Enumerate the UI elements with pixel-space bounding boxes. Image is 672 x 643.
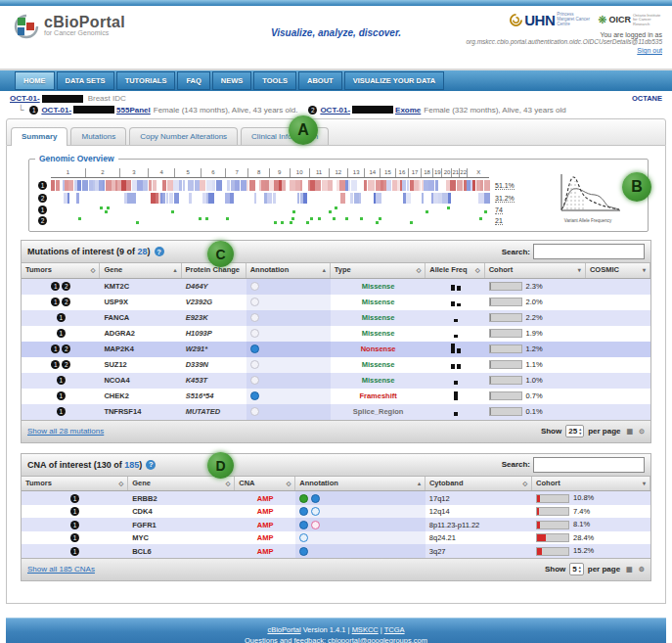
- mutation-row[interactable]: 1NCOA4K453TMissense1.0%: [22, 373, 650, 389]
- gene-cell[interactable]: BCL6: [128, 545, 235, 558]
- tumor-number-icon: 2: [62, 360, 70, 369]
- mutations-help-icon[interactable]: ?: [155, 247, 164, 256]
- cna-per-page-spinner[interactable]: 5 ▴▾: [569, 563, 583, 575]
- mutations-total-link[interactable]: 28: [138, 247, 148, 256]
- sample-type-link[interactable]: 555Panel: [116, 106, 151, 115]
- gene-cell[interactable]: SUZ12: [100, 358, 181, 371]
- gene-cell[interactable]: FGFR1: [128, 519, 235, 531]
- gene-cell[interactable]: ADGRA2: [100, 327, 181, 340]
- mutations-per-page-spinner[interactable]: 25 ▴▾: [565, 425, 584, 437]
- allele-freq-cell: [426, 389, 484, 404]
- nav-item-about[interactable]: ABOUT: [298, 71, 342, 90]
- annotation-ring-icon[interactable]: [250, 360, 259, 369]
- cna-row[interactable]: 1ERBB2AMP17q1210.8%: [22, 491, 650, 505]
- sample-type-link[interactable]: Exome: [395, 106, 421, 115]
- cna-row[interactable]: 1FGFR1AMP8p11.23-p11.228.1%: [22, 518, 650, 531]
- mutation-row[interactable]: 1ADGRA2H1093PMissense1.9%: [22, 326, 650, 342]
- footer-tcga-link[interactable]: TCGA: [384, 625, 405, 634]
- nav-item-tutorials[interactable]: TUTORIALS: [116, 71, 176, 90]
- sort-icon: ◇: [226, 480, 231, 486]
- column-header-allele-freq[interactable]: Allele Freq◇: [426, 263, 484, 278]
- annotation-green-icon[interactable]: [299, 494, 308, 503]
- columns-icon[interactable]: ▦: [627, 428, 634, 436]
- annotation-ringblue-icon[interactable]: [311, 507, 320, 516]
- gene-cell[interactable]: CHEK2: [100, 390, 181, 402]
- cna-row[interactable]: 1BCL6AMP3q2715.2%: [22, 544, 650, 558]
- gene-cell[interactable]: USP9X: [100, 296, 181, 308]
- cna-help-icon[interactable]: ?: [146, 460, 156, 470]
- mutation-row[interactable]: 1FANCAE923KMissense2.2%: [22, 310, 650, 326]
- annotation-blue-icon[interactable]: [299, 507, 308, 516]
- column-header-type[interactable]: Type◇: [331, 263, 426, 278]
- settings-gear-icon[interactable]: ⚙: [639, 566, 645, 574]
- column-header-cosmic[interactable]: COSMIC▾: [586, 263, 650, 278]
- gene-cell[interactable]: CDK4: [128, 505, 235, 518]
- spinner-arrows-icon[interactable]: ▴▾: [579, 428, 581, 436]
- spinner-arrows-icon[interactable]: ▴▾: [579, 566, 581, 574]
- column-header-annotation[interactable]: Annotation▴: [295, 477, 426, 491]
- annotation-blue-icon[interactable]: [299, 521, 308, 529]
- mutation-row[interactable]: 12SUZ12D339NMissense1.1%: [22, 357, 650, 373]
- mutation-row[interactable]: 12USP9XV2392GMissense2.0%: [22, 295, 650, 310]
- show-all-cnas-link[interactable]: Show all 185 CNAs: [27, 565, 95, 574]
- mutation-track: [51, 207, 489, 213]
- column-header-annotation[interactable]: Annotation▴: [246, 263, 331, 278]
- sample-id-link[interactable]: OCT-01-: [41, 106, 71, 115]
- footer-mskcc-link[interactable]: MSKCC: [352, 625, 379, 634]
- cna-search-input[interactable]: [533, 457, 645, 473]
- sample-id-link[interactable]: OCT-01-: [320, 106, 350, 115]
- mutation-row[interactable]: 12KMT2CD464YMissense2.3%: [22, 279, 650, 295]
- patient-id-link[interactable]: OCT-01-: [10, 94, 40, 103]
- nav-item-data-sets[interactable]: DATA SETS: [57, 71, 114, 90]
- annotation-ring-icon[interactable]: [250, 313, 259, 322]
- column-header-cna[interactable]: CNA◇: [235, 477, 295, 491]
- gene-cell[interactable]: ERBB2: [128, 492, 235, 505]
- cna-row[interactable]: 1CDK4AMP12q147.4%: [22, 505, 650, 519]
- column-header-gene[interactable]: Gene▴: [100, 263, 181, 278]
- column-header-cohort[interactable]: Cohort▾: [532, 477, 650, 491]
- annotation-ring-icon[interactable]: [250, 376, 259, 385]
- download-icon[interactable]: ⊙: [639, 428, 645, 436]
- sample-details: Female (143 months), Alive, 43 years old…: [154, 106, 298, 115]
- column-header-cytoband[interactable]: Cytoband◇: [426, 477, 532, 491]
- annotation-blue-icon[interactable]: [250, 391, 259, 400]
- nav-item-faq[interactable]: FAQ: [177, 71, 209, 90]
- gene-cell[interactable]: TNFRSF14: [100, 405, 181, 418]
- annotation-ring-icon[interactable]: [250, 407, 259, 416]
- nav-item-home[interactable]: HOME: [15, 71, 55, 90]
- annotation-ring-icon[interactable]: [250, 298, 259, 306]
- column-header-tumors[interactable]: Tumors◇: [22, 263, 100, 278]
- annotation-ring-icon[interactable]: [250, 282, 259, 291]
- columns-icon[interactable]: ▦: [626, 566, 633, 574]
- column-header-tumors[interactable]: Tumors◇: [22, 477, 128, 491]
- cna-total-link[interactable]: 185: [124, 460, 139, 470]
- annotation-ringpink-icon[interactable]: [311, 521, 320, 529]
- column-header-cohort[interactable]: Cohort▾: [485, 263, 586, 278]
- cna-row[interactable]: 1MYCAMP8q24.2128.4%: [22, 531, 650, 545]
- annotation-blue-icon[interactable]: [311, 494, 320, 503]
- footer-cbioportal-link[interactable]: cBioPortal: [267, 625, 300, 634]
- tab-copy-number-alterations[interactable]: Copy Number Alterations: [129, 127, 238, 145]
- sign-out-link[interactable]: Sign out: [637, 47, 662, 54]
- sample-list: └1OCT-01-555PanelFemale (143 months), Al…: [10, 105, 662, 115]
- nav-item-visualize-your-data[interactable]: VISUALIZE YOUR DATA: [344, 71, 445, 90]
- mutation-row[interactable]: 1TNFRSF14MUTATEDSplice_Region0.1%: [22, 404, 650, 420]
- gene-cell[interactable]: MAP2K4: [100, 343, 181, 355]
- mutations-search-input[interactable]: [533, 244, 645, 259]
- tab-summary[interactable]: Summary: [11, 127, 67, 146]
- annotation-ring-icon[interactable]: [250, 329, 259, 338]
- tab-mutations[interactable]: Mutations: [70, 127, 126, 145]
- annotation-ringblue-icon[interactable]: [299, 533, 308, 542]
- annotation-blue-icon[interactable]: [299, 547, 308, 556]
- footer-feedback-email[interactable]: cbioportal@googlegroups.com: [328, 636, 427, 643]
- gene-cell[interactable]: NCOA4: [100, 374, 181, 387]
- mutation-row[interactable]: 12MAP2K4W291*Nonsense1.2%: [22, 342, 650, 357]
- gene-cell[interactable]: FANCA: [100, 311, 181, 324]
- nav-item-tools[interactable]: TOOLS: [253, 71, 296, 90]
- mutation-row[interactable]: 1CHEK2S516*54Frameshift0.7%: [22, 389, 650, 404]
- gene-cell[interactable]: KMT2C: [100, 280, 181, 293]
- nav-item-news[interactable]: NEWS: [212, 71, 252, 90]
- gene-cell[interactable]: MYC: [128, 531, 235, 544]
- annotation-blue-icon[interactable]: [250, 344, 259, 353]
- show-all-mutations-link[interactable]: Show all 28 mutations: [27, 427, 104, 436]
